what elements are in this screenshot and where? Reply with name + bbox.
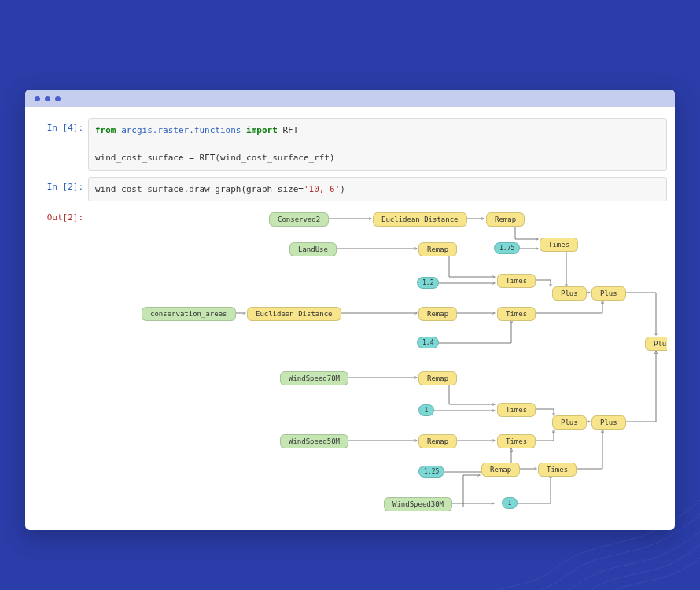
node-remap[interactable]: Remap: [418, 434, 457, 448]
node-constant-1[interactable]: 1: [418, 404, 434, 416]
input-prompt: In [4]:: [33, 118, 83, 133]
node-windspeed70m[interactable]: WindSpeed70M: [280, 371, 348, 385]
keyword-from: from: [95, 125, 116, 135]
graph-output[interactable]: Conserved2 Euclidean Distance Remap 1.75…: [88, 208, 667, 516]
node-plus[interactable]: Plus: [645, 337, 667, 351]
node-times[interactable]: Times: [538, 463, 577, 477]
node-times[interactable]: Times: [497, 274, 536, 288]
input-prompt: In [2]:: [33, 177, 83, 192]
window-titlebar: [25, 90, 675, 107]
output-prompt: Out[2]:: [33, 208, 83, 223]
code-input[interactable]: wind_cost_surface.draw_graph(graph_size=…: [88, 177, 667, 202]
code-text: ): [340, 184, 345, 194]
node-constant-1-4[interactable]: 1.4: [417, 337, 439, 348]
string-literal: '10, 6': [304, 184, 340, 194]
node-conservation-areas[interactable]: conservation_areas: [142, 307, 236, 321]
code-text: wind_cost_surface.draw_graph(graph_size=: [95, 184, 304, 194]
node-windspeed50m[interactable]: WindSpeed50M: [280, 434, 348, 448]
graph-edges: [88, 208, 667, 516]
node-remap[interactable]: Remap: [481, 463, 520, 477]
node-constant-1-25[interactable]: 1.25: [418, 466, 444, 478]
node-plus[interactable]: Plus: [552, 415, 587, 430]
node-times[interactable]: Times: [497, 307, 536, 321]
code-cell-2[interactable]: In [2]: wind_cost_surface.draw_graph(gra…: [33, 177, 667, 202]
code-line: wind_cost_surface = RFT(wind_cost_surfac…: [95, 153, 335, 163]
code-input[interactable]: from arcgis.raster.functions import RFT …: [88, 118, 667, 171]
node-euclidean-distance[interactable]: Euclidean Distance: [373, 212, 467, 227]
node-constant-1[interactable]: 1: [502, 497, 518, 509]
node-euclidean-distance[interactable]: Euclidean Distance: [247, 307, 341, 321]
node-remap[interactable]: Remap: [418, 242, 457, 256]
node-landuse[interactable]: LandUse: [289, 242, 337, 256]
node-remap[interactable]: Remap: [418, 307, 457, 321]
keyword-import: import: [246, 125, 278, 135]
window-dot-icon: [45, 96, 50, 101]
node-plus[interactable]: Plus: [591, 415, 626, 430]
node-constant-1-2[interactable]: 1.2: [417, 277, 439, 289]
output-cell-2: Out[2]:: [33, 208, 667, 516]
code-cell-4[interactable]: In [4]: from arcgis.raster.functions imp…: [33, 118, 667, 171]
node-plus[interactable]: Plus: [552, 286, 587, 301]
node-times[interactable]: Times: [497, 434, 536, 448]
notebook-window: In [4]: from arcgis.raster.functions imp…: [25, 90, 675, 530]
notebook-body: In [4]: from arcgis.raster.functions imp…: [25, 107, 675, 530]
node-conserved2[interactable]: Conserved2: [269, 212, 329, 227]
window-dot-icon: [55, 96, 61, 101]
module-path: arcgis.raster.functions: [121, 125, 241, 135]
node-times[interactable]: Times: [540, 238, 578, 252]
node-remap[interactable]: Remap: [486, 212, 525, 227]
imported-name: RFT: [282, 125, 298, 135]
node-constant-1-75[interactable]: 1.75: [494, 242, 520, 254]
node-remap[interactable]: Remap: [418, 371, 457, 385]
node-windspeed30m[interactable]: WindSpeed30M: [384, 497, 452, 511]
node-plus[interactable]: Plus: [591, 286, 626, 301]
node-times[interactable]: Times: [497, 403, 536, 417]
window-dot-icon: [35, 96, 40, 101]
